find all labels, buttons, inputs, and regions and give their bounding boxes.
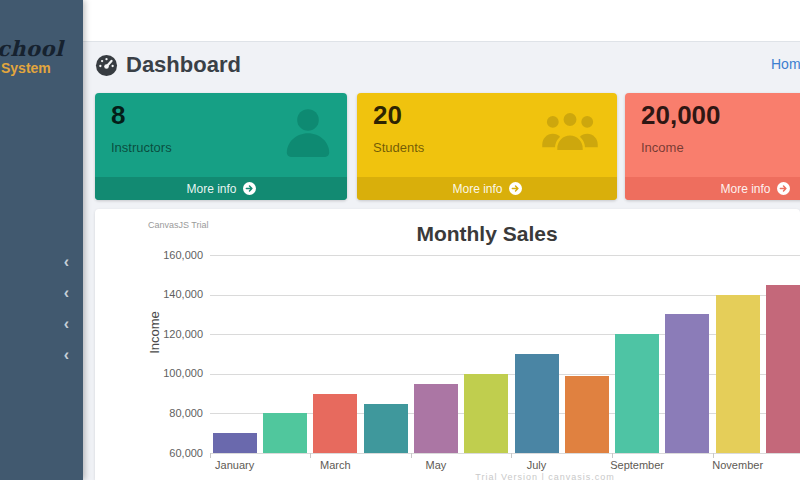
page-title: Dashboard	[126, 52, 241, 78]
x-tick-label: November	[693, 459, 783, 471]
chevron-left-icon: ‹	[64, 254, 69, 270]
x-tick-label: July	[492, 459, 582, 471]
y-gridline	[210, 255, 800, 256]
x-tick-label: May	[391, 459, 481, 471]
income-card: 20,000 Income More info	[625, 93, 800, 200]
more-info-label: More info	[720, 182, 770, 196]
bar-november	[716, 295, 760, 453]
y-tick-label: 120,000	[95, 328, 203, 340]
chart-title: Monthly Sales	[416, 222, 557, 246]
sidebar-menu-item[interactable]: ‹	[0, 250, 83, 281]
bar-february	[263, 413, 307, 453]
bar-january	[213, 433, 257, 453]
x-axis-tick	[612, 453, 613, 458]
x-tick-label: September	[592, 459, 682, 471]
monthly-sales-chart-card: CanvasJS Trial Monthly Sales Income 60,0…	[95, 209, 800, 480]
y-tick-label: 60,000	[95, 447, 203, 459]
students-more-info-link[interactable]: More info	[357, 177, 617, 200]
arrow-circle-right-icon	[777, 182, 790, 195]
bar-august	[565, 376, 609, 453]
x-tick-label: March	[290, 459, 380, 471]
chevron-left-icon: ‹	[64, 347, 69, 363]
more-info-label: More info	[452, 182, 502, 196]
students-card: 20 Students More info	[357, 93, 617, 200]
income-label: Income	[641, 140, 684, 155]
canvasjs-trial-watermark: CanvasJS Trial	[148, 220, 209, 230]
x-axis-tick	[713, 453, 714, 458]
sidebar-menu-item[interactable]: ‹	[0, 312, 83, 343]
y-gridline	[210, 334, 800, 335]
brand-logo-line2: System	[1, 60, 83, 77]
chart-bottom-credit: Trial Version | canvasjs.com	[475, 472, 615, 480]
page-header: Dashboard	[95, 50, 241, 80]
bar-december	[766, 285, 800, 453]
x-axis-tick	[210, 453, 211, 458]
sidebar-menu-item[interactable]: ‹	[0, 343, 83, 374]
students-count: 20	[373, 100, 402, 131]
instructors-label: Instructors	[111, 140, 172, 155]
chevron-left-icon: ‹	[64, 316, 69, 332]
x-axis-tick	[310, 453, 311, 458]
sidebar-menu-item[interactable]: ‹	[0, 281, 83, 312]
chevron-left-icon: ‹	[64, 285, 69, 301]
bar-september	[615, 334, 659, 453]
instructors-card: 8 Instructors More info	[95, 93, 347, 200]
y-tick-label: 100,000	[95, 367, 203, 379]
instructors-more-info-link[interactable]: More info	[95, 177, 347, 200]
bar-may	[414, 384, 458, 453]
x-axis-tick	[511, 453, 512, 458]
bar-june	[464, 374, 508, 453]
arrow-circle-right-icon	[243, 182, 256, 195]
income-value: 20,000	[641, 100, 721, 131]
brand-logo[interactable]: chool System	[0, 38, 83, 77]
dashboard-page: { "sidebar": { "logo_line1": "chool", "l…	[0, 0, 800, 480]
bar-october	[665, 314, 709, 453]
more-info-label: More info	[186, 182, 236, 196]
bar-march	[313, 394, 357, 453]
sidebar-menu: ‹‹‹‹	[0, 250, 83, 374]
tachometer-icon	[95, 54, 118, 77]
brand-logo-line1: chool	[0, 38, 83, 60]
sidebar: chool System ‹‹‹‹	[0, 0, 83, 480]
y-gridline	[210, 453, 800, 454]
bar-july	[515, 354, 559, 453]
income-more-info-link[interactable]: More info	[625, 177, 800, 200]
students-label: Students	[373, 140, 424, 155]
instructors-count: 8	[111, 100, 125, 131]
arrow-circle-right-icon	[509, 182, 522, 195]
y-tick-label: 160,000	[95, 249, 203, 261]
breadcrumb-home-link[interactable]: Home	[771, 56, 800, 72]
users-icon	[539, 109, 601, 157]
x-tick-label: January	[190, 459, 280, 471]
top-navbar	[83, 0, 800, 42]
y-gridline	[210, 295, 800, 296]
x-axis-tick	[411, 453, 412, 458]
y-tick-label: 80,000	[95, 407, 203, 419]
y-tick-label: 140,000	[95, 288, 203, 300]
bar-april	[364, 404, 408, 454]
user-icon	[283, 105, 333, 161]
